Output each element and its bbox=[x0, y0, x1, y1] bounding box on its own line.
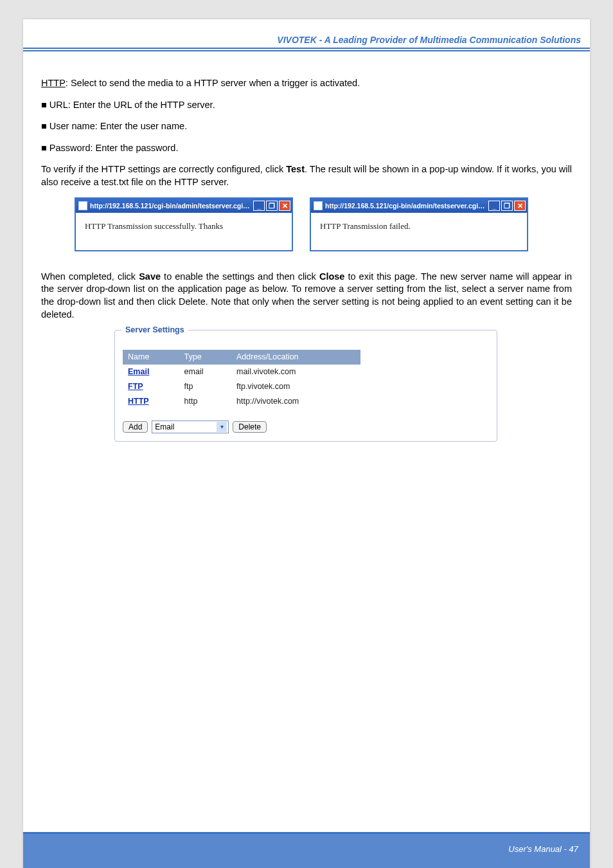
page-sheet: VIVOTEK - A Leading Provider of Multimed… bbox=[23, 19, 590, 868]
minimize-button[interactable]: _ bbox=[253, 201, 265, 211]
server-address: mail.vivotek.com bbox=[231, 365, 360, 379]
popup-failed-body: HTTP Transmission failed. bbox=[311, 213, 527, 232]
minimize-button[interactable]: _ bbox=[488, 201, 500, 211]
http-desc: : Select to send the media to a HTTP ser… bbox=[66, 78, 360, 88]
after-mid: to enable the settings and then click bbox=[161, 271, 319, 282]
add-button[interactable]: Add bbox=[123, 421, 148, 433]
after-save-bold: Save bbox=[139, 271, 161, 282]
popup-failed-titlebar: http://192.168.5.121/cgi-bin/admin/tests… bbox=[311, 199, 527, 213]
maximize-button[interactable]: ❐ bbox=[266, 201, 278, 211]
page-header: VIVOTEK - A Leading Provider of Multimed… bbox=[23, 19, 590, 49]
server-link-ftp[interactable]: FTP bbox=[128, 382, 143, 391]
popup-success-title: http://192.168.5.121/cgi-bin/admin/tests… bbox=[90, 201, 251, 210]
ie-icon bbox=[78, 201, 87, 210]
ie-icon bbox=[314, 201, 323, 210]
server-settings-panel: Server Settings Name Type Address/Locati… bbox=[114, 330, 497, 442]
chevron-down-icon: ▾ bbox=[217, 422, 227, 432]
http-label: HTTP bbox=[41, 78, 66, 88]
verify-paragraph: To verify if the HTTP settings are corre… bbox=[41, 163, 572, 188]
url-line: ■ URL: Enter the URL of the HTTP server. bbox=[41, 99, 572, 112]
popup-failed-buttons: _ ❐ ✕ bbox=[488, 201, 526, 211]
popup-failed: http://192.168.5.121/cgi-bin/admin/tests… bbox=[310, 197, 528, 251]
verify-test-bold: Test bbox=[286, 164, 305, 174]
verify-pre: To verify if the HTTP settings are corre… bbox=[41, 164, 286, 174]
after-close-bold: Close bbox=[319, 271, 345, 282]
server-link-email[interactable]: Email bbox=[128, 367, 149, 376]
server-type: http bbox=[179, 394, 231, 409]
username-line: ■ User name: Enter the user name. bbox=[41, 120, 572, 133]
footer-text: User's Manual - 47 bbox=[508, 844, 578, 854]
http-intro: HTTP: Select to send the media to a HTTP… bbox=[41, 77, 572, 90]
password-line: ■ Password: Enter the password. bbox=[41, 142, 572, 155]
server-select[interactable]: Email ▾ bbox=[152, 420, 229, 433]
server-link-http[interactable]: HTTP bbox=[128, 397, 149, 406]
server-settings-legend: Server Settings bbox=[121, 325, 188, 336]
server-select-value: Email bbox=[155, 422, 174, 432]
popup-success-titlebar: http://192.168.5.121/cgi-bin/admin/tests… bbox=[76, 199, 292, 213]
table-header-row: Name Type Address/Location bbox=[123, 350, 360, 365]
popup-success-buttons: _ ❐ ✕ bbox=[253, 201, 290, 211]
col-type: Type bbox=[179, 350, 231, 365]
table-row: HTTP http http://vivotek.com bbox=[123, 394, 360, 409]
col-name: Name bbox=[123, 350, 179, 365]
server-address: http://vivotek.com bbox=[231, 394, 360, 409]
maximize-button[interactable]: ❐ bbox=[501, 201, 513, 211]
popup-success: http://192.168.5.121/cgi-bin/admin/tests… bbox=[75, 197, 293, 251]
page-footer: User's Manual - 47 bbox=[23, 829, 590, 868]
server-type: email bbox=[179, 365, 231, 379]
page-content: HTTP: Select to send the media to a HTTP… bbox=[23, 51, 590, 442]
close-button[interactable]: ✕ bbox=[514, 201, 526, 211]
page-background: VIVOTEK - A Leading Provider of Multimed… bbox=[0, 0, 613, 868]
server-table: Name Type Address/Location Email email m… bbox=[123, 350, 360, 409]
popup-success-body: HTTP Transmission successfully. Thanks bbox=[76, 213, 292, 232]
popup-row: http://192.168.5.121/cgi-bin/admin/tests… bbox=[75, 197, 572, 251]
close-button[interactable]: ✕ bbox=[279, 201, 290, 211]
after-pre: When completed, click bbox=[41, 271, 139, 282]
panel-controls: Add Email ▾ Delete bbox=[123, 420, 489, 433]
delete-button[interactable]: Delete bbox=[233, 421, 267, 433]
popup-failed-title: http://192.168.5.121/cgi-bin/admin/tests… bbox=[325, 201, 486, 210]
after-paragraph: When completed, click Save to enable the… bbox=[41, 271, 572, 321]
col-address: Address/Location bbox=[231, 350, 360, 365]
server-type: ftp bbox=[179, 379, 231, 394]
table-row: FTP ftp ftp.vivotek.com bbox=[123, 379, 360, 394]
table-row: Email email mail.vivotek.com bbox=[123, 365, 360, 379]
server-address: ftp.vivotek.com bbox=[231, 379, 360, 394]
header-title: VIVOTEK - A Leading Provider of Multimed… bbox=[277, 35, 581, 45]
